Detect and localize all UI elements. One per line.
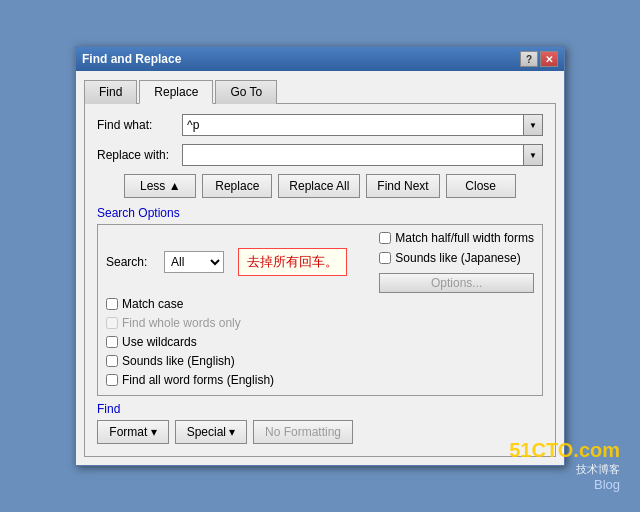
main-buttons-row: Less ▲ Replace Replace All Find Next Clo… — [97, 174, 543, 198]
all-word-forms-label: Find all word forms (English) — [122, 373, 274, 387]
replace-with-input-wrap: ▼ — [182, 144, 543, 166]
tooltip-box: 去掉所有回车。 — [238, 248, 347, 276]
find-what-row: Find what: ▼ — [97, 114, 543, 136]
wildcards-row: Use wildcards — [106, 335, 306, 349]
options-button[interactable]: Options... — [379, 273, 534, 293]
search-options-box: Search: All Down Up 去掉所有回车。 Mat — [97, 224, 543, 396]
match-case-checkbox[interactable] — [106, 298, 118, 310]
sounds-like-english-label: Sounds like (English) — [122, 354, 235, 368]
title-bar: Find and Replace ? ✕ — [76, 47, 564, 71]
dialog-title: Find and Replace — [82, 52, 181, 66]
find-next-button[interactable]: Find Next — [366, 174, 439, 198]
match-case-row: Match case — [106, 297, 306, 311]
match-halfwidth-row: Match half/full width forms — [379, 231, 534, 245]
find-what-input-wrap: ▼ — [182, 114, 543, 136]
match-halfwidth-label: Match half/full width forms — [395, 231, 534, 245]
no-formatting-button[interactable]: No Formatting — [253, 420, 353, 444]
tab-replace[interactable]: Replace — [139, 80, 213, 104]
replace-with-dropdown[interactable]: ▼ — [523, 144, 543, 166]
watermark-site: 51CTO.com — [509, 439, 620, 462]
all-word-forms-checkbox[interactable] — [106, 374, 118, 386]
wildcards-checkbox[interactable] — [106, 336, 118, 348]
watermark: 51CTO.com 技术博客 Blog — [509, 439, 620, 492]
less-button[interactable]: Less ▲ — [124, 174, 196, 198]
sounds-like-japanese-label: Sounds like (Japanese) — [395, 251, 520, 265]
title-bar-buttons: ? ✕ — [520, 51, 558, 67]
find-what-label: Find what: — [97, 118, 182, 132]
watermark-blog: Blog — [509, 477, 620, 492]
replace-with-row: Replace with: ▼ — [97, 144, 543, 166]
tab-find[interactable]: Find — [84, 80, 137, 104]
sounds-like-english-row: Sounds like (English) — [106, 354, 306, 368]
replace-with-label: Replace with: — [97, 148, 182, 162]
find-replace-dialog: Find and Replace ? ✕ Find Replace Go To … — [75, 46, 565, 466]
dialog-wrapper: Find and Replace ? ✕ Find Replace Go To … — [0, 0, 640, 512]
search-row: Search: All Down Up 去掉所有回车。 Mat — [106, 231, 534, 293]
search-select[interactable]: All Down Up — [164, 251, 224, 273]
replace-with-input[interactable] — [182, 144, 523, 166]
sounds-like-japanese-row: Sounds like (Japanese) — [379, 251, 534, 265]
sounds-like-english-checkbox[interactable] — [106, 355, 118, 367]
tab-bar: Find Replace Go To — [84, 79, 556, 104]
whole-words-checkbox[interactable] — [106, 317, 118, 329]
bottom-buttons: Format ▾ Special ▾ No Formatting — [97, 420, 543, 444]
dialog-content: Find Replace Go To Find what: ▼ Replace … — [76, 71, 564, 465]
match-case-label: Match case — [122, 297, 183, 311]
tooltip-text: 去掉所有回车。 — [247, 254, 338, 269]
format-button[interactable]: Format ▾ — [97, 420, 169, 444]
help-button[interactable]: ? — [520, 51, 538, 67]
sounds-like-japanese-checkbox[interactable] — [379, 252, 391, 264]
tab-goto[interactable]: Go To — [215, 80, 277, 104]
find-what-input[interactable] — [182, 114, 523, 136]
whole-words-label: Find whole words only — [122, 316, 241, 330]
all-word-forms-row: Find all word forms (English) — [106, 373, 306, 387]
find-what-dropdown[interactable]: ▼ — [523, 114, 543, 136]
whole-words-row: Find whole words only — [106, 316, 306, 330]
wildcards-label: Use wildcards — [122, 335, 197, 349]
special-button[interactable]: Special ▾ — [175, 420, 247, 444]
match-halfwidth-checkbox[interactable] — [379, 232, 391, 244]
right-options: Match half/full width forms Sounds like … — [379, 231, 534, 293]
form-section: Find what: ▼ Replace with: ▼ L — [84, 104, 556, 457]
search-label: Search: — [106, 255, 158, 269]
search-options-label: Search Options — [97, 206, 543, 220]
close-button[interactable]: Close — [446, 174, 516, 198]
dialog-close-button[interactable]: ✕ — [540, 51, 558, 67]
replace-button[interactable]: Replace — [202, 174, 272, 198]
find-section-label: Find — [97, 402, 543, 416]
watermark-sub: 技术博客 — [509, 462, 620, 477]
replace-all-button[interactable]: Replace All — [278, 174, 360, 198]
left-checkboxes: Match case Find whole words only Use wil… — [106, 297, 306, 389]
